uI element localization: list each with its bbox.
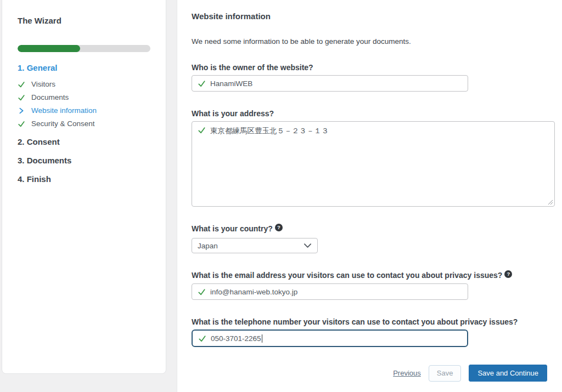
address-value: 東京都練馬区豊玉北５－２３－１３: [210, 126, 329, 136]
check-icon: [18, 120, 25, 128]
substep-documents[interactable]: Documents: [18, 93, 150, 101]
step-finish[interactable]: 4. Finish: [18, 174, 150, 184]
country-select[interactable]: Japan: [192, 238, 318, 253]
country-label-text: What is your country?: [192, 224, 273, 233]
chevron-down-icon: [304, 243, 312, 248]
help-icon[interactable]: ?: [275, 224, 283, 231]
country-label: What is your country??: [192, 224, 562, 234]
check-icon: [18, 94, 25, 101]
substep-label: Visitors: [31, 80, 55, 88]
substep-label: Documents: [31, 93, 69, 101]
email-input[interactable]: info@hanami-web.tokyo.jp: [192, 283, 468, 300]
progress-bar: [18, 45, 150, 52]
previous-link[interactable]: Previous: [393, 369, 421, 377]
wizard-title: The Wizard: [18, 16, 150, 25]
substep-visitors[interactable]: Visitors: [18, 80, 150, 88]
step-consent[interactable]: 2. Consent: [18, 137, 150, 146]
owner-value: HanamiWEB: [210, 79, 252, 88]
substep-label: Website information: [31, 106, 97, 115]
valid-check-icon: [198, 79, 206, 88]
progress-fill: [18, 45, 80, 52]
owner-input[interactable]: HanamiWEB: [192, 75, 468, 92]
intro-text: We need some information to be able to g…: [192, 37, 562, 46]
address-textarea[interactable]: 東京都練馬区豊玉北５－２３－１３: [192, 121, 555, 207]
wizard-sidebar: The Wizard 1. General Visitors Documents…: [2, 0, 166, 374]
chevron-right-icon: [18, 107, 25, 115]
email-value: info@hanami-web.tokyo.jp: [210, 288, 297, 296]
country-value: Japan: [198, 242, 218, 250]
email-label: What is the email address your visitors …: [192, 271, 562, 280]
save-and-continue-button[interactable]: Save and Continue: [469, 365, 547, 382]
address-label: What is your address?: [192, 109, 562, 118]
valid-check-icon: [198, 288, 206, 296]
telephone-input[interactable]: 050-3701-2265: [192, 329, 468, 347]
text-cursor: [262, 334, 262, 343]
telephone-label: What is the telephone number your visito…: [192, 317, 562, 326]
valid-check-icon: [198, 334, 206, 343]
substep-security-consent[interactable]: Security & Consent: [18, 120, 150, 128]
wizard-footer: Previous Save Save and Continue: [192, 365, 555, 382]
resize-handle[interactable]: [547, 198, 553, 205]
substep-label: Security & Consent: [31, 120, 95, 128]
valid-check-icon: [198, 126, 206, 134]
step-general[interactable]: 1. General: [18, 63, 150, 72]
page-title: Website information: [192, 12, 562, 21]
check-icon: [18, 81, 25, 88]
substep-website-information[interactable]: Website information: [18, 106, 150, 115]
step-documents[interactable]: 3. Documents: [18, 156, 150, 165]
general-substeps: Visitors Documents Website information S…: [18, 80, 150, 128]
wizard-main-panel: Website information We need some informa…: [177, 0, 562, 392]
save-button[interactable]: Save: [429, 365, 462, 382]
help-icon[interactable]: ?: [504, 270, 512, 278]
owner-label: Who is the owner of the website?: [192, 63, 562, 72]
telephone-value: 050-3701-2265: [211, 334, 261, 343]
email-label-text: What is the email address your visitors …: [192, 271, 502, 280]
